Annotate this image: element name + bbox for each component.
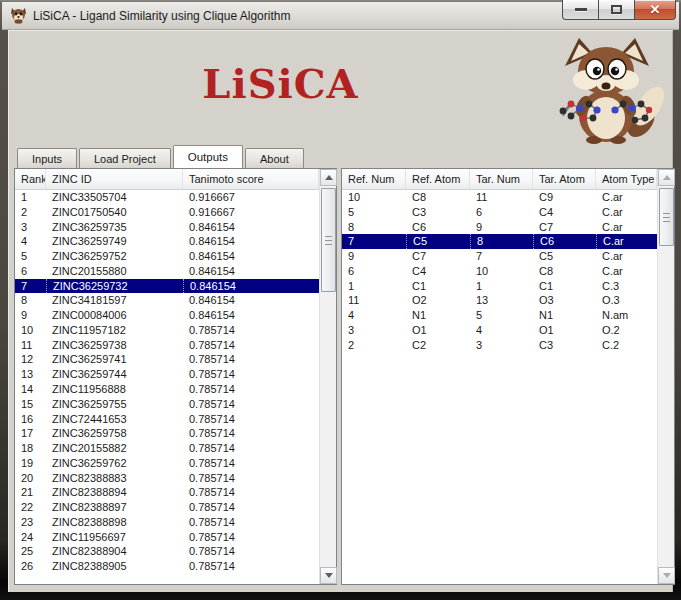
column-header[interactable]: Ref. Atom: [406, 169, 470, 189]
tab-about[interactable]: About: [245, 148, 304, 168]
table-row[interactable]: 2C23C3C.2: [342, 338, 657, 353]
maximize-button[interactable]: [598, 0, 634, 20]
cell: 13: [470, 293, 533, 308]
cell: O2: [406, 293, 470, 308]
cell: 7: [15, 279, 46, 294]
table-row[interactable]: 3ZINC362597350.846154: [15, 220, 319, 235]
table-row[interactable]: 12ZINC362597410.785714: [15, 352, 319, 367]
column-header[interactable]: Tanimoto score: [183, 169, 319, 189]
cell: 3: [342, 323, 406, 338]
cell: O1: [533, 323, 596, 338]
table-row[interactable]: 22ZINC823888970.785714: [15, 500, 319, 515]
table-row[interactable]: 8ZINC341815970.846154: [15, 293, 319, 308]
scroll-up-button[interactable]: [658, 169, 675, 186]
table-row[interactable]: 20ZINC823888830.785714: [15, 471, 319, 486]
column-header[interactable]: ZINC ID: [46, 169, 183, 189]
table-row[interactable]: 10ZINC119571820.785714: [15, 323, 319, 338]
scroll-down-button[interactable]: [658, 567, 675, 584]
table-row[interactable]: 17ZINC362597580.785714: [15, 426, 319, 441]
cell: ZINC11957182: [46, 323, 183, 338]
cell: ZINC11956888: [46, 382, 183, 397]
table-row[interactable]: 4ZINC362597490.846154: [15, 234, 319, 249]
column-header[interactable]: Tar. Atom: [533, 169, 596, 189]
cell: O.2: [596, 323, 657, 338]
table-row[interactable]: 5C36C4C.ar: [342, 205, 657, 220]
atom-vertical-scrollbar[interactable]: [657, 169, 674, 584]
tab-outputs[interactable]: Outputs: [173, 145, 243, 168]
cell: ZINC01750540: [46, 205, 183, 220]
table-row[interactable]: 13ZINC362597440.785714: [15, 367, 319, 382]
cell: ZINC36259752: [46, 249, 183, 264]
cell: ZINC82388905: [46, 559, 183, 574]
close-button[interactable]: ✕: [634, 0, 676, 20]
table-row[interactable]: 2ZINC017505400.916667: [15, 205, 319, 220]
cell: 8: [342, 220, 406, 235]
table-row[interactable]: 9ZINC000840060.846154: [15, 308, 319, 323]
window-controls: ✕: [562, 0, 676, 20]
table-row[interactable]: 1ZINC335057040.916667: [15, 190, 319, 205]
tab-inputs[interactable]: Inputs: [17, 148, 77, 168]
title-bar[interactable]: LiSiCA - Ligand Similarity using Clique …: [2, 2, 679, 30]
cell: 0.785714: [183, 323, 319, 338]
cell: 0.785714: [183, 515, 319, 530]
table-row[interactable]: 21ZINC823888940.785714: [15, 485, 319, 500]
app-logo-text: LiSiCA: [8, 60, 553, 107]
table-row[interactable]: 18ZINC201558820.785714: [15, 441, 319, 456]
table-row[interactable]: 15ZINC362597550.785714: [15, 397, 319, 412]
cell: C.ar: [596, 249, 657, 264]
cell: O1: [406, 323, 470, 338]
table-row[interactable]: 14ZINC119568880.785714: [15, 382, 319, 397]
table-row[interactable]: 24ZINC119566970.785714: [15, 530, 319, 545]
cell: 0.846154: [183, 264, 319, 279]
cell: 11: [342, 293, 406, 308]
table-row[interactable]: 23ZINC823888980.785714: [15, 515, 319, 530]
table-row[interactable]: 19ZINC362597620.785714: [15, 456, 319, 471]
table-row[interactable]: 16ZINC724416530.785714: [15, 411, 319, 426]
cell: 2: [15, 205, 46, 220]
cell: 0.785714: [183, 471, 319, 486]
cell: ZINC36259755: [46, 397, 183, 412]
scroll-down-button[interactable]: [320, 567, 337, 584]
cell: ZINC82388894: [46, 485, 183, 500]
scroll-up-button[interactable]: [320, 169, 337, 186]
table-row[interactable]: 11O213O3O.3: [342, 293, 657, 308]
results-vertical-scrollbar[interactable]: [319, 169, 336, 584]
minimize-button[interactable]: [562, 0, 598, 20]
cell: 21: [15, 485, 46, 500]
cell: 23: [15, 515, 46, 530]
table-row[interactable]: 6C410C8C.ar: [342, 264, 657, 279]
table-row[interactable]: 10C811C9C.ar: [342, 190, 657, 205]
table-row[interactable]: 26ZINC823889050.785714: [15, 559, 319, 574]
table-row[interactable]: 1C11C1C.3: [342, 279, 657, 294]
window-title: LiSiCA - Ligand Similarity using Clique …: [33, 9, 290, 23]
table-row-selected[interactable]: 7C58C6C.ar: [342, 234, 657, 249]
table-row[interactable]: 4N15N1N.am: [342, 308, 657, 323]
cell: C2: [406, 338, 470, 353]
table-row[interactable]: 8C69C7C.ar: [342, 220, 657, 235]
atom-table-header: Ref. NumRef. AtomTar. NumTar. AtomAtom T…: [342, 169, 657, 190]
table-row-selected[interactable]: 7ZINC362597320.846154: [15, 279, 319, 294]
table-row[interactable]: 11ZINC362597380.785714: [15, 338, 319, 353]
cell: ZINC36259758: [46, 426, 183, 441]
table-row[interactable]: 25ZINC823889040.785714: [15, 544, 319, 559]
cell: ZINC82388898: [46, 515, 183, 530]
table-row[interactable]: 3O14O1O.2: [342, 323, 657, 338]
cell: 13: [15, 367, 46, 382]
table-row[interactable]: 5ZINC362597520.846154: [15, 249, 319, 264]
column-header[interactable]: Rank: [15, 169, 46, 189]
cell: 7: [470, 249, 533, 264]
table-row[interactable]: 6ZINC201558800.846154: [15, 264, 319, 279]
cell: C.ar: [596, 190, 657, 205]
cell: 0.846154: [183, 234, 319, 249]
table-row[interactable]: 9C77C5C.ar: [342, 249, 657, 264]
scrollbar-thumb[interactable]: [321, 188, 336, 292]
column-header[interactable]: Tar. Num: [470, 169, 533, 189]
scrollbar-thumb[interactable]: [659, 188, 674, 246]
tab-load-project[interactable]: Load Project: [79, 148, 171, 168]
cell: C5: [406, 234, 470, 249]
column-header[interactable]: Atom Type: [596, 169, 657, 189]
cell: 11: [470, 190, 533, 205]
cell: 0.846154: [183, 308, 319, 323]
column-header[interactable]: Ref. Num: [342, 169, 406, 189]
cell: ZINC36259744: [46, 367, 183, 382]
